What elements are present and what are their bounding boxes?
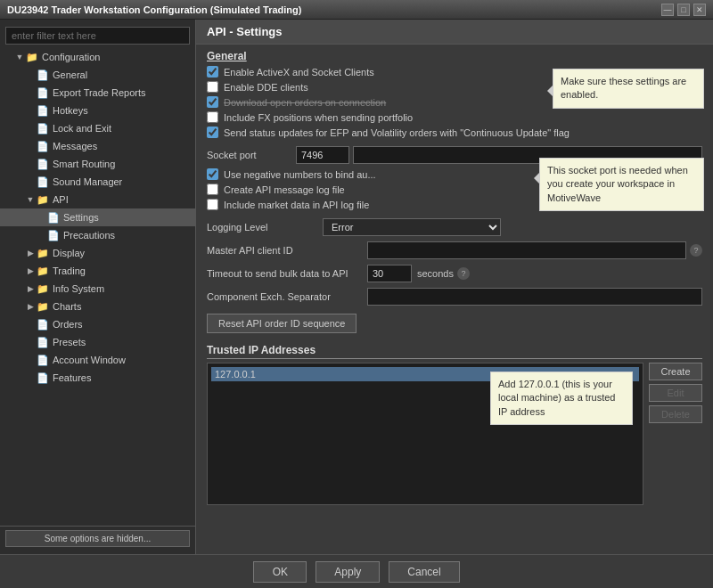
page-icon: 📄 <box>36 86 50 100</box>
window-title: DU23942 Trader Workstation Configuration… <box>7 4 301 15</box>
dde-label: Enable DDE clients <box>224 82 308 93</box>
edit-ip-button[interactable]: Edit <box>649 384 702 402</box>
folder-icon: 📁 <box>36 192 50 207</box>
market-data-log-checkbox[interactable] <box>207 199 218 210</box>
sidebar-label: Configuration <box>42 52 100 62</box>
sidebar-item-smart-routing[interactable]: 📄 Smart Routing <box>0 155 195 173</box>
timeout-suffix: seconds <box>417 268 454 279</box>
timeout-help-icon[interactable]: ? <box>457 267 470 280</box>
checkbox-fx-positions: Include FX positions when sending portfo… <box>196 110 713 125</box>
sidebar-label: Info System <box>53 283 104 294</box>
master-api-help-icon[interactable]: ? <box>690 244 702 257</box>
maximize-button[interactable]: □ <box>677 4 690 16</box>
sidebar-label: Lock and Exit <box>53 123 111 134</box>
page-icon: 📄 <box>36 353 50 367</box>
timeout-input[interactable] <box>367 265 412 282</box>
reset-api-button[interactable]: Reset API order ID sequence <box>207 314 356 333</box>
trusted-ip-header: Trusted IP Addresses <box>207 344 702 359</box>
sidebar-label: Account Window <box>53 355 126 365</box>
sidebar-label: API <box>53 194 69 205</box>
sidebar-label: Settings <box>63 212 99 223</box>
logging-level-label: Logging Level <box>207 222 323 233</box>
master-api-row: Master API client ID ? <box>196 239 713 262</box>
page-icon: 📄 <box>36 317 50 331</box>
trusted-ip-section: Trusted IP Addresses 127.0.0.1 Create Ed… <box>196 339 713 510</box>
page-icon: 📄 <box>36 335 50 349</box>
sidebar-label: Precautions <box>63 230 115 241</box>
arrow-icon: ▶ <box>25 283 36 294</box>
page-icon: 📄 <box>36 175 50 189</box>
timeout-row: Timeout to send bulk data to API seconds… <box>196 262 713 285</box>
master-api-input[interactable] <box>367 241 686 259</box>
checkbox-status-updates: Send status updates for EFP and Volatili… <box>196 125 713 140</box>
status-updates-label: Send status updates for EFP and Volatili… <box>224 127 570 138</box>
sidebar-item-display[interactable]: ▶ 📁 Display <box>0 244 195 262</box>
folder-icon: 📁 <box>25 50 39 64</box>
socket-port-input[interactable] <box>296 146 349 164</box>
dde-checkbox[interactable] <box>207 81 218 93</box>
arrow-icon: ▶ <box>25 248 36 258</box>
component-exch-input[interactable] <box>367 288 702 306</box>
socket-port-label: Socket port <box>207 150 296 160</box>
sidebar: ▼ 📁 Configuration 📄 General 📄 Export Tra… <box>0 20 196 554</box>
content-area: API - Settings Select API ->Settings Gen… <box>196 20 713 554</box>
sidebar-label: General <box>53 69 87 80</box>
page-icon: 📄 <box>36 121 50 135</box>
minimize-button[interactable]: — <box>661 4 674 16</box>
ok-button[interactable]: OK <box>253 561 307 583</box>
sidebar-item-account-window[interactable]: 📄 Account Window <box>0 351 195 369</box>
title-bar: DU23942 Trader Workstation Configuration… <box>0 0 713 20</box>
download-orders-checkbox[interactable] <box>207 96 218 108</box>
bottom-bar: OK Apply Cancel <box>0 554 713 588</box>
filter-input[interactable] <box>5 27 190 45</box>
sidebar-label: Charts <box>53 301 81 312</box>
sidebar-item-trading[interactable]: ▶ 📁 Trading <box>0 262 195 280</box>
fx-positions-checkbox[interactable] <box>207 111 218 123</box>
component-exch-row: Component Exch. Separator <box>196 285 713 308</box>
logging-level-select[interactable]: Error Warning Info Debug <box>323 218 501 236</box>
arrow-icon: ▶ <box>25 265 36 276</box>
folder-icon: 📁 <box>36 282 50 296</box>
create-ip-button[interactable]: Create <box>649 363 702 380</box>
apply-button[interactable]: Apply <box>316 561 380 583</box>
cancel-button[interactable]: Cancel <box>389 561 459 583</box>
sidebar-item-api[interactable]: ▼ 📁 API <box>0 191 195 208</box>
sidebar-item-features[interactable]: 📄 Features <box>0 369 195 387</box>
sidebar-item-info[interactable]: ▶ 📁 Info System <box>0 280 195 298</box>
activex-checkbox[interactable] <box>207 66 218 78</box>
sidebar-item-hotkeys[interactable]: 📄 Hotkeys <box>0 102 195 119</box>
page-icon: 📄 <box>36 139 50 153</box>
timeout-label: Timeout to send bulk data to API <box>207 268 367 279</box>
sidebar-item-export-trade[interactable]: 📄 Export Trade Reports <box>0 84 195 102</box>
sidebar-label: Messages <box>53 141 97 151</box>
callout-socket: This socket port is needed when you crea… <box>539 158 704 211</box>
hidden-options-button[interactable]: Some options are hidden... <box>5 530 190 547</box>
sidebar-item-orders[interactable]: 📄 Orders <box>0 315 195 333</box>
fx-positions-label: Include FX positions when sending portfo… <box>224 112 413 123</box>
sidebar-item-charts[interactable]: ▶ 📁 Charts <box>0 298 195 315</box>
download-orders-label: Download open orders on connection <box>224 97 386 108</box>
close-button[interactable]: ✕ <box>693 4 706 16</box>
status-updates-checkbox[interactable] <box>207 127 218 138</box>
sidebar-item-lock-exit[interactable]: 📄 Lock and Exit <box>0 119 195 137</box>
page-icon: 📄 <box>36 157 50 171</box>
callout-trusted-ip: Add 127.0.0.1 (this is your local machin… <box>490 372 633 425</box>
sidebar-label: Smart Routing <box>53 159 115 169</box>
sidebar-item-sound-manager[interactable]: 📄 Sound Manager <box>0 173 195 191</box>
negative-nums-checkbox[interactable] <box>207 168 218 180</box>
sidebar-label: Trading <box>53 265 86 276</box>
api-msg-log-checkbox[interactable] <box>207 184 218 195</box>
sidebar-item-messages[interactable]: 📄 Messages <box>0 137 195 155</box>
delete-ip-button[interactable]: Delete <box>649 405 702 423</box>
sidebar-item-settings[interactable]: 📄 Settings <box>0 208 195 226</box>
sidebar-label: Features <box>53 372 91 383</box>
page-icon: 📄 <box>46 228 61 242</box>
folder-icon: 📁 <box>36 299 50 314</box>
page-icon: 📄 <box>36 103 50 118</box>
sidebar-item-presets[interactable]: 📄 Presets <box>0 333 195 351</box>
logging-level-row: Logging Level Error Warning Info Debug <box>196 216 713 239</box>
sidebar-item-general[interactable]: 📄 General <box>0 66 195 84</box>
sidebar-item-precautions[interactable]: 📄 Precautions <box>0 226 195 244</box>
sidebar-item-configuration[interactable]: ▼ 📁 Configuration <box>0 48 195 66</box>
sidebar-label: Hotkeys <box>53 105 88 116</box>
